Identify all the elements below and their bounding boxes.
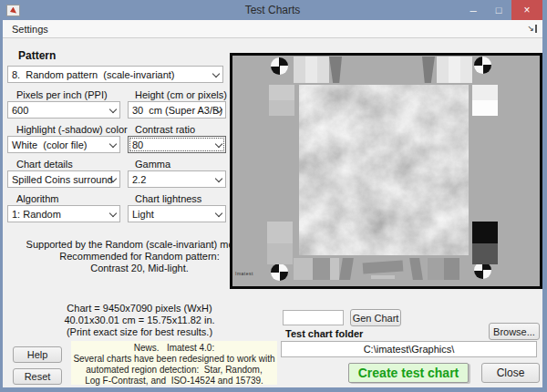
bottom-bar: [330, 258, 339, 280]
gen-chart-button[interactable]: Gen Chart: [350, 309, 401, 326]
chevron-down-icon: [109, 210, 117, 217]
test-charts-window: Test Charts – □ × Settings ↘ Pattern 8. …: [0, 0, 547, 392]
help-button[interactable]: Help: [13, 346, 62, 363]
gray-patch: [269, 85, 294, 100]
close-window-button[interactable]: ×: [511, 0, 542, 20]
chart-details-select[interactable]: Spilled Coins surround: [7, 170, 120, 188]
highlight-color-select[interactable]: White (color file): [7, 136, 120, 153]
chevron-down-icon: [215, 210, 222, 217]
gamma-label: Gamma: [135, 159, 170, 170]
tone-wedge: [437, 57, 472, 83]
slanted-bar: [329, 57, 342, 83]
bottom-bar: [444, 258, 459, 280]
menu-bar: Settings ↘: [3, 20, 542, 38]
gamma-select-value: 2.2: [132, 174, 146, 185]
folder-path-value: C:\imatest\Graphics\: [364, 344, 455, 355]
ppi-select[interactable]: 600: [7, 101, 120, 119]
gray-patch: [267, 243, 293, 264]
ppi-select-value: 600: [12, 105, 28, 116]
folder-path-field[interactable]: C:\imatest\Graphics\: [281, 341, 537, 357]
close-button[interactable]: Close: [481, 363, 540, 383]
black-patch: [472, 222, 498, 243]
slanted-bar: [409, 258, 423, 280]
gen-chart-input[interactable]: [283, 310, 344, 325]
registration-mark-icon: [271, 263, 288, 281]
gray-patch: [472, 85, 498, 100]
slanted-bar: [422, 57, 435, 83]
news-line: Log F-Contrast, and ISO-14524 and 15739.: [71, 376, 277, 387]
chevron-down-icon: [215, 140, 222, 148]
title-bar[interactable]: Test Charts – □ ×: [3, 0, 542, 20]
tone-wedge: [294, 57, 329, 83]
highlight-color-label: Highlight (-shadow) color: [16, 124, 128, 135]
gamma-select[interactable]: 2.2: [128, 170, 226, 188]
algorithm-select[interactable]: 1: Random: [7, 205, 120, 222]
window-controls: – □ ×: [460, 0, 542, 20]
highlight-color-select-value: White (color file): [12, 139, 88, 150]
chart-size-info: Chart = 9450x7090 pixels (WxH) 40.01x30.…: [3, 303, 276, 338]
create-test-chart-button[interactable]: Create test chart: [348, 363, 469, 383]
preview-watermark: Imatest: [235, 271, 253, 276]
light-bar: [371, 275, 395, 279]
maximize-button[interactable]: □: [486, 0, 511, 20]
bottom-bar: [428, 258, 444, 280]
menu-settings[interactable]: Settings: [8, 24, 52, 35]
contrast-ratio-select[interactable]: 80: [128, 136, 226, 153]
algorithm-select-value: 1: Random: [12, 209, 61, 220]
browse-button[interactable]: Browse...: [489, 323, 540, 340]
chart-details-select-value: Spilled Coins surround: [12, 174, 113, 185]
dock-icon[interactable]: ↘: [527, 25, 537, 33]
chevron-down-icon: [109, 140, 117, 148]
chart-preview-image: Imatest: [230, 53, 542, 289]
pattern-select-value: 8. Random pattern (scale-invariant): [12, 69, 175, 80]
chart-size-line: 40.01x30.01 cm = 15.75x11.82 in.: [3, 315, 276, 326]
news-line: News. Imatest 4.0:: [71, 343, 277, 354]
algorithm-label: Algorithm: [16, 193, 58, 204]
height-select[interactable]: 30 cm (Super A3/B): [128, 101, 226, 119]
registration-mark-icon: [271, 57, 288, 75]
bottom-bar: [294, 258, 313, 280]
pattern-section-label: Pattern: [18, 49, 56, 62]
chart-lightness-select-value: Light: [132, 209, 154, 220]
news-box: News. Imatest 4.0: Several charts have b…: [71, 341, 277, 385]
chevron-down-icon: [212, 70, 220, 77]
minimize-button[interactable]: –: [460, 0, 486, 20]
ppi-label: Pixels per inch (PPI): [16, 89, 108, 100]
gray-patch: [472, 100, 498, 116]
gray-patch: [269, 100, 294, 116]
gray-patch: [267, 222, 293, 243]
news-line: automated region detection: Star, Random…: [71, 365, 277, 376]
chart-lightness-label: Chart lightness: [135, 193, 201, 204]
tilted-bar: [363, 260, 404, 273]
noise-pattern: [299, 85, 469, 255]
news-line: Several charts have been redesigned to w…: [71, 354, 277, 365]
chart-size-line: (Print exact size for best results.): [3, 326, 276, 338]
bottom-bar: [313, 258, 330, 280]
test-chart-folder-label: Test chart folder: [285, 328, 363, 339]
registration-mark-icon: [474, 57, 491, 74]
dark-gray-patch: [472, 243, 498, 264]
chevron-down-icon: [109, 106, 117, 113]
contrast-ratio-select-value: 80: [132, 139, 143, 150]
chart-size-line: Chart = 9450x7090 pixels (WxH): [3, 303, 276, 315]
height-label: Height (cm or pixels): [135, 89, 227, 100]
height-select-value: 30 cm (Super A3/B): [132, 105, 222, 116]
contrast-ratio-label: Contrast ratio: [135, 124, 195, 135]
chart-details-label: Chart details: [16, 159, 73, 170]
chevron-down-icon: [215, 175, 222, 182]
slanted-bar: [339, 258, 354, 280]
pattern-select[interactable]: 8. Random pattern (scale-invariant): [7, 66, 223, 83]
main-content: Pattern 8. Random pattern (scale-invaria…: [3, 38, 542, 387]
chart-lightness-select[interactable]: Light: [128, 205, 226, 222]
reset-button[interactable]: Reset: [13, 368, 62, 385]
